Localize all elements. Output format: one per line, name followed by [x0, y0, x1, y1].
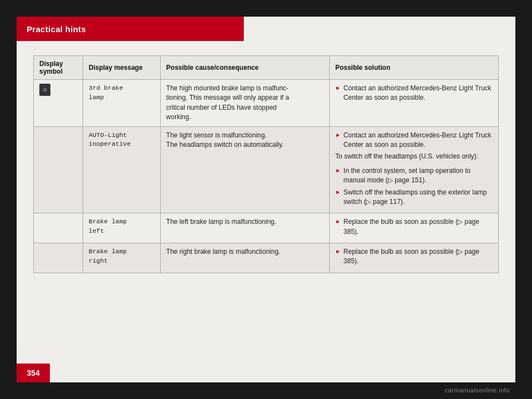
solution-text: Contact an authorized Mercedes-Benz Ligh…	[344, 131, 493, 150]
header-bar: Practical hints	[17, 17, 244, 41]
solution-item: ►Replace the bulb as soon as possible (▷…	[335, 217, 493, 237]
bullet-arrow-icon: ►	[335, 218, 341, 226]
solution-item: ►Contact an authorized Mercedes-Benz Lig…	[335, 84, 493, 103]
solution-text: Contact an authorized Mercedes-Benz Ligh…	[344, 84, 493, 103]
message-cell: Brake lamp right	[83, 243, 160, 273]
page-number-box: 354	[17, 364, 50, 382]
solution-text: Switch off the headlamps using the exter…	[344, 188, 493, 207]
brake-lamp-icon: ☼	[39, 84, 50, 96]
header-title: Practical hints	[27, 24, 86, 34]
symbol-cell	[34, 126, 83, 213]
solution-item: ►Contact an authorized Mercedes-Benz Lig…	[335, 131, 493, 150]
table-row: ☼3rd brake lampThe high mounted brake la…	[34, 80, 499, 127]
col-header-message: Display message	[83, 56, 160, 80]
content-area: Display symbol Display message Possible …	[33, 55, 499, 273]
main-table: Display symbol Display message Possible …	[33, 55, 499, 273]
page-number: 354	[27, 369, 39, 377]
solution-item: ►Switch off the headlamps using the exte…	[335, 188, 493, 207]
solution-item: ►In the control system, set lamp operati…	[335, 166, 493, 186]
solution-cell: ►Contact an authorized Mercedes-Benz Lig…	[329, 80, 498, 127]
solution-item: ►Replace the bulb as soon as possible (▷…	[335, 247, 493, 267]
table-row: AUTO-Light inoperativeThe light sensor i…	[34, 126, 499, 213]
bullet-arrow-icon: ►	[335, 84, 341, 93]
solution-text: To switch off the headlamps (U.S. vehicl…	[335, 152, 478, 161]
table-header-row: Display symbol Display message Possible …	[34, 56, 499, 80]
message-cell: 3rd brake lamp	[83, 80, 160, 127]
table-row: Brake lamp leftThe left brake lamp is ma…	[34, 213, 499, 243]
solution-item: To switch off the headlamps (U.S. vehicl…	[335, 152, 493, 163]
message-cell: Brake lamp left	[83, 213, 160, 243]
col-header-solution: Possible solution	[329, 56, 498, 80]
bullet-arrow-icon: ►	[335, 167, 341, 175]
cause-cell: The left brake lamp is malfunctioning.	[160, 213, 329, 243]
message-cell: AUTO-Light inoperative	[83, 126, 160, 213]
symbol-cell: ☼	[34, 80, 83, 127]
bullet-arrow-icon: ►	[335, 248, 341, 256]
cause-cell: The light sensor is malfunctioning. The …	[160, 126, 329, 213]
cause-cell: The high mounted brake lamp is malfunc- …	[160, 80, 329, 127]
col-header-symbol: Display symbol	[34, 56, 83, 80]
solution-text: In the control system, set lamp operatio…	[344, 166, 493, 186]
table-row: Brake lamp rightThe right brake lamp is …	[34, 243, 499, 273]
solution-cell: ►Replace the bulb as soon as possible (▷…	[329, 213, 498, 243]
bullet-arrow-icon: ►	[335, 188, 341, 197]
col-header-cause: Possible cause/consequence	[160, 56, 329, 80]
symbol-cell	[34, 243, 83, 273]
solution-cell: ►Replace the bulb as soon as possible (▷…	[329, 243, 498, 273]
solution-text: Replace the bulb as soon as possible (▷ …	[344, 217, 493, 237]
solution-cell: ►Contact an authorized Mercedes-Benz Lig…	[329, 126, 498, 213]
watermark: carmanualsonline.info	[444, 387, 510, 393]
bullet-arrow-icon: ►	[335, 131, 341, 140]
solution-text: Replace the bulb as soon as possible (▷ …	[344, 247, 493, 267]
symbol-cell	[34, 213, 83, 243]
cause-cell: The right brake lamp is malfunctioning.	[160, 243, 329, 273]
